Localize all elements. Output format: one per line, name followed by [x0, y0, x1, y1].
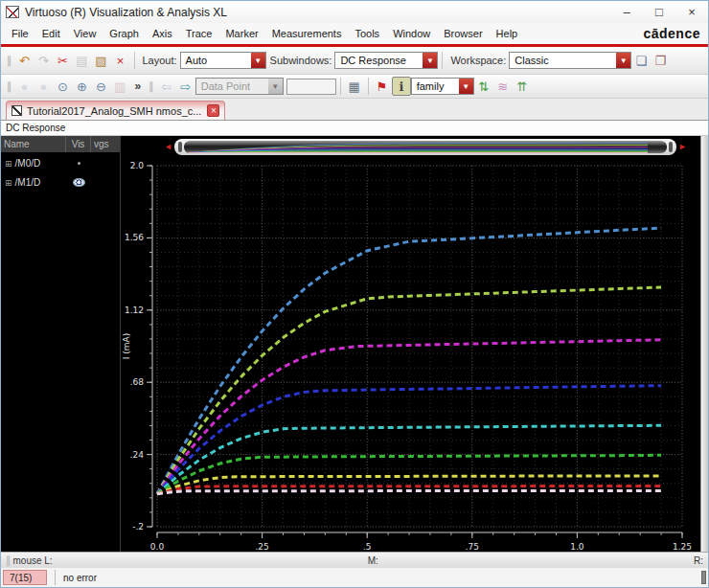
overview-scroll-right-arrow[interactable]: ►: [676, 142, 689, 151]
layout-combo[interactable]: Auto ▼: [180, 52, 266, 69]
visibility-eye-icon[interactable]: [66, 178, 91, 187]
status-message: no error: [63, 573, 97, 583]
save-workspace-icon[interactable]: ❏: [631, 51, 651, 70]
toolbar-drag-handle[interactable]: ∥: [4, 80, 15, 93]
resize-grip[interactable]: [701, 571, 706, 584]
mouse-status-bar: ∥ mouse L: M: R:: [1, 552, 708, 568]
chevron-down-icon[interactable]: ▼: [459, 79, 473, 94]
overview-scroll-left-arrow[interactable]: ◄: [162, 142, 174, 151]
signal-name: /M1/D: [15, 177, 66, 188]
dc-response-plot[interactable]: 2.01.561.12.68.24-.20.0.25.5.751.01.25vd…: [121, 155, 700, 552]
menu-item-edit[interactable]: Edit: [35, 25, 67, 42]
delete-icon[interactable]: ×: [111, 51, 130, 70]
signal-row[interactable]: ⊞/M1/D: [1, 174, 120, 191]
chevron-down-icon[interactable]: ▼: [423, 53, 437, 68]
tab-close-icon[interactable]: ×: [207, 104, 219, 117]
svg-text:.75: .75: [466, 542, 479, 552]
menu-item-browser[interactable]: Browser: [437, 25, 489, 42]
signal-row[interactable]: ⊞/M0/D: [1, 155, 120, 171]
chevron-down-icon[interactable]: ▼: [251, 53, 265, 68]
cut-icon[interactable]: ✂: [54, 51, 73, 70]
svg-text:1.25: 1.25: [673, 542, 692, 552]
toolbar-overflow-chevron[interactable]: »: [130, 79, 147, 93]
menu-item-measurements[interactable]: Measurements: [265, 25, 349, 42]
close-button[interactable]: ×: [675, 1, 708, 23]
tab-label: Tutorial2017_Analog_SMH nmos_c...: [27, 105, 201, 117]
svg-text:2.0: 2.0: [130, 161, 145, 170]
zoom-toolbar: ∥ ●●⊙⊕⊖▥ » ∥ ⇦⇨ Data Point ▼ ▦ ⚑ℹ family…: [1, 75, 708, 99]
menu-item-marker[interactable]: Marker: [218, 25, 264, 42]
zoom-out-icon[interactable]: ⊖: [92, 77, 111, 96]
overview-right-handle[interactable]: [669, 142, 673, 152]
toolbar-drag-handle[interactable]: ∥: [4, 55, 15, 67]
menu-item-graph[interactable]: Graph: [103, 25, 146, 42]
expander-icon[interactable]: ⊞: [5, 178, 12, 188]
menu-item-trace[interactable]: Trace: [179, 25, 219, 42]
copy-icon: ▤: [73, 51, 92, 70]
svg-text:1.0: 1.0: [570, 542, 584, 552]
chevron-down-icon[interactable]: ▼: [616, 53, 630, 68]
signal-panel-header: Name Vis vgs: [1, 136, 120, 152]
column-header-name[interactable]: Name: [1, 136, 66, 152]
menu-item-file[interactable]: File: [5, 25, 35, 42]
undo-icon[interactable]: ↶: [15, 51, 34, 70]
expander-icon[interactable]: ⊞: [5, 159, 12, 169]
mouse-middle-label: M:: [368, 555, 378, 566]
graph-tab-icon: [11, 105, 22, 116]
main-toolbar: ∥ ↶↷✂▤▧× Layout: Auto ▼ Subwindows: DC R…: [1, 47, 708, 75]
overview-scrollbar[interactable]: ◄ ►: [162, 138, 689, 155]
message-counter-badge[interactable]: 7(15): [3, 570, 47, 585]
menu-item-help[interactable]: Help: [490, 25, 525, 42]
swap-axes-icon[interactable]: ⇅: [474, 77, 493, 96]
split-strips-icon[interactable]: ⇈: [513, 77, 532, 96]
minimize-button[interactable]: –: [610, 1, 643, 23]
title-bar: Virtuoso (R) Visualization & Analysis XL…: [1, 1, 708, 23]
signal-name: /M0/D: [15, 158, 66, 169]
svg-text:1.12: 1.12: [125, 305, 144, 315]
overview-miniature[interactable]: [184, 141, 667, 153]
zoom-in-icon[interactable]: ⊕: [73, 77, 92, 96]
tab-dc-response[interactable]: Tutorial2017_Analog_SMH nmos_c... ×: [6, 101, 225, 120]
overview-left-handle[interactable]: [178, 142, 182, 152]
vertical-scrollbar[interactable]: [700, 136, 708, 552]
menu-item-window[interactable]: Window: [386, 25, 437, 42]
workspace-combo[interactable]: Classic ▼: [509, 52, 631, 69]
subwindow-title: DC Response: [1, 121, 708, 136]
workspace-label: Workspace:: [450, 55, 506, 66]
menu-item-tools[interactable]: Tools: [348, 25, 386, 42]
calculator-icon[interactable]: ▦: [345, 77, 364, 96]
overlay-traces-icon[interactable]: ≋: [493, 77, 513, 96]
visibility-dot-icon[interactable]: [66, 162, 91, 165]
label-icon[interactable]: ℹ: [392, 77, 411, 96]
menu-item-view[interactable]: View: [67, 25, 103, 42]
chevron-down-icon: ▼: [268, 79, 283, 94]
toolbar-drag-handle[interactable]: ∥: [146, 80, 157, 93]
maximize-button[interactable]: □: [643, 1, 675, 23]
next-point-icon[interactable]: ⇨: [176, 77, 195, 96]
chart-canvas[interactable]: ◄ ► 2.01.561.12.68.24-.20.0.25.5.751.01.…: [121, 136, 700, 552]
cadence-logo: cādence: [643, 26, 700, 41]
svg-text:.24: .24: [130, 450, 145, 460]
family-combo[interactable]: family ▼: [411, 78, 474, 95]
window-title: Virtuoso (R) Visualization & Analysis XL: [25, 6, 227, 19]
column-header-vgs[interactable]: vgs: [91, 136, 120, 152]
fit-icon: ●: [34, 77, 54, 96]
signal-panel: Name Vis vgs ⊞/M0/D⊞/M1/D: [1, 136, 121, 552]
paste-icon[interactable]: ▧: [92, 51, 111, 70]
menu-item-axis[interactable]: Axis: [146, 25, 179, 42]
prev-point-icon: ⇦: [157, 77, 176, 96]
flag-icon[interactable]: ⚑: [373, 77, 392, 96]
overview-bar[interactable]: [174, 139, 676, 155]
status-drag-handle: ∥: [6, 554, 13, 567]
app-icon: [6, 6, 19, 18]
zoom-select-icon[interactable]: ⊙: [54, 77, 73, 96]
delete-workspace-icon[interactable]: ❐: [651, 51, 670, 70]
subwindows-combo[interactable]: DC Response ▼: [334, 52, 438, 69]
svg-text:0.0: 0.0: [150, 542, 165, 552]
column-header-vis[interactable]: Vis: [66, 136, 91, 152]
svg-text:.68: .68: [130, 377, 145, 387]
virtuoso-window: Virtuoso (R) Visualization & Analysis XL…: [0, 0, 709, 588]
svg-text:.5: .5: [363, 542, 372, 552]
point-value-input[interactable]: [286, 79, 336, 95]
data-point-combo: Data Point ▼: [195, 78, 284, 95]
